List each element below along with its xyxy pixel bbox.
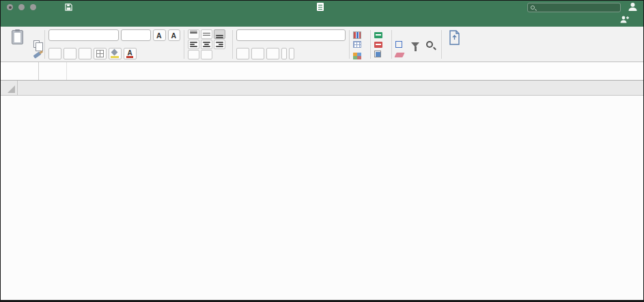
format-cells-button[interactable]: [374, 49, 388, 59]
cell-styles-button[interactable]: [353, 49, 367, 59]
column-headers: [1, 81, 643, 96]
increase-font-button[interactable]: A: [153, 29, 166, 41]
format-as-table-button[interactable]: [353, 40, 367, 49]
font-group: A A A: [47, 29, 182, 60]
sort-filter-icon: [411, 42, 419, 47]
format-as-table-icon: [353, 41, 361, 48]
clear-button[interactable]: [395, 50, 405, 59]
minimize-window-icon[interactable]: [18, 4, 25, 10]
ribbon: A A A: [1, 27, 643, 62]
decrease-decimal-button[interactable]: [289, 48, 294, 59]
format-cells-icon: [374, 51, 381, 57]
number-format-select[interactable]: [236, 29, 346, 41]
app-window: A A A: [0, 0, 644, 302]
window-controls: [7, 4, 36, 10]
font-color-icon: A: [126, 50, 132, 58]
comma-button[interactable]: [266, 48, 279, 59]
align-middle-icon: [203, 31, 210, 38]
title-bar: [1, 1, 643, 27]
zoom-window-icon[interactable]: [30, 4, 36, 10]
formula-input[interactable]: [67, 62, 628, 80]
bold-button[interactable]: [48, 48, 61, 59]
fill-icon: [395, 41, 402, 48]
insert-cells-icon: [374, 32, 382, 38]
delete-cells-icon: [374, 42, 382, 48]
format-painter-icon: [33, 51, 42, 58]
fill-color-button[interactable]: [109, 48, 122, 59]
search-input[interactable]: [527, 3, 621, 12]
align-left-button[interactable]: [188, 40, 199, 49]
paste-button[interactable]: [3, 29, 32, 60]
borders-icon: [96, 50, 104, 57]
quick-access-toolbar: [55, 3, 102, 11]
align-right-icon: [216, 42, 223, 46]
search-icon: [531, 5, 535, 10]
copy-icon: [33, 40, 40, 48]
underline-button[interactable]: [79, 48, 92, 59]
paste-clipboard-icon: [12, 30, 23, 44]
editing-group: [394, 29, 439, 60]
copy-button[interactable]: [33, 40, 41, 49]
excel-doc-icon: [317, 3, 324, 11]
eraser-icon: [395, 53, 405, 57]
decrease-indent-button[interactable]: [188, 50, 199, 59]
fill-color-icon: [111, 50, 119, 58]
select-all-button[interactable]: [1, 81, 18, 95]
formula-bar: [1, 62, 643, 81]
align-bottom-button[interactable]: [214, 29, 225, 39]
delete-cells-button[interactable]: [374, 40, 388, 49]
fill-button[interactable]: [395, 40, 405, 49]
align-top-button[interactable]: [188, 29, 199, 39]
italic-button[interactable]: [64, 48, 76, 59]
cells-group: [373, 29, 389, 60]
number-group: [235, 29, 347, 60]
align-top-icon: [190, 31, 197, 38]
find-select-icon: [426, 41, 433, 48]
font-name-select[interactable]: [48, 29, 119, 41]
decrease-font-button[interactable]: A: [168, 29, 181, 41]
conditional-formatting-icon: [353, 31, 361, 39]
align-center-button[interactable]: [201, 40, 212, 49]
increase-indent-button[interactable]: [201, 50, 212, 59]
font-color-button[interactable]: A: [124, 48, 137, 59]
align-middle-button[interactable]: [201, 29, 212, 39]
conditional-formatting-button[interactable]: [353, 30, 367, 40]
clipboard-group: [3, 29, 42, 60]
ribbon-tabs: [1, 14, 643, 27]
avatar-icon[interactable]: [628, 2, 638, 14]
adobe-pdf-button[interactable]: [444, 29, 465, 60]
cut-button[interactable]: [33, 30, 41, 39]
font-size-select[interactable]: [121, 29, 151, 41]
sort-filter-button[interactable]: [408, 29, 421, 59]
align-center-icon: [203, 42, 210, 46]
save-icon[interactable]: [65, 3, 72, 11]
adobe-pdf-icon: [448, 30, 461, 46]
insert-cells-button[interactable]: [374, 30, 388, 40]
percent-button[interactable]: [251, 48, 264, 59]
close-window-icon[interactable]: [7, 4, 13, 10]
align-right-button[interactable]: [214, 40, 225, 49]
autosum-button[interactable]: [395, 29, 405, 39]
borders-button[interactable]: [94, 48, 107, 59]
align-bottom-icon: [216, 31, 223, 38]
worksheet: [1, 81, 643, 302]
align-left-icon: [190, 42, 197, 46]
name-box[interactable]: [1, 62, 39, 80]
alignment-group: [186, 29, 230, 60]
cell-styles-icon: [353, 53, 357, 56]
increase-decimal-button[interactable]: [281, 48, 287, 59]
share-icon: [620, 16, 630, 25]
currency-button[interactable]: [236, 48, 249, 59]
grid-body[interactable]: [1, 96, 643, 302]
styles-group: [352, 29, 368, 60]
find-select-button[interactable]: [424, 29, 438, 59]
